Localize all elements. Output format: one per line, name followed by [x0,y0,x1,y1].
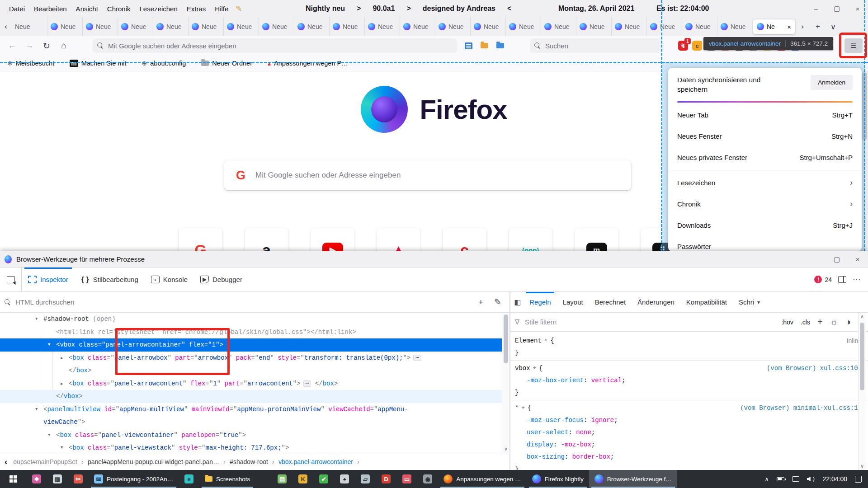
sidebar-tab-computed[interactable]: Berechnet [590,292,631,313]
minimize-button[interactable]: – [806,251,826,267]
new-tab-button[interactable]: + [810,19,826,34]
newtab-search-box[interactable]: G [224,160,631,190]
forward-icon[interactable]: → [21,41,38,51]
twisty-icon[interactable]: ▼ [35,407,38,412]
markup-line[interactable]: ▼<box class="panel-viewstack" style="max… [0,441,509,453]
url-bar[interactable] [93,38,457,53]
appmenu-new-private-window[interactable]: Neues privates FensterStrg+Umschalt+P [668,147,862,168]
tile-google[interactable]: G [179,228,222,251]
markup-line[interactable]: </box> [0,364,509,377]
sidebar-tab-rules[interactable]: Regeln [524,292,556,313]
error-badge-icon[interactable]: ! [814,276,822,283]
taskbar-antivirus[interactable]: ✔ [313,470,334,488]
taskbar-camera[interactable]: ◉ [417,470,438,488]
browser-tab[interactable]: Neue [188,17,223,36]
minimize-button[interactable]: – [806,0,826,17]
taskbar-thunderbird[interactable]: ✉Posteingang - 2002An… [89,470,179,488]
breadcrumb-item[interactable]: vbox.panel-arrowcontainer [278,458,353,465]
menubar-item-hilfe[interactable]: Hilfe [210,3,233,14]
add-node-button[interactable]: + [475,297,487,307]
taskbar-screenshots-folder[interactable]: Screenshots [199,470,255,488]
rules-scrollbar[interactable]: ∧ ∨ [858,313,866,470]
breadcrumb-item[interactable]: oupset#mainPopupSet [13,458,77,465]
light-scheme-icon[interactable]: ☼ [830,317,838,327]
browser-tab[interactable]: Neue [329,17,364,36]
taskbar-cards[interactable]: ♠ [334,470,355,488]
taskbar-monitor-graph[interactable]: ▥ [47,470,68,488]
rule-property[interactable]: display: -moz-box; [515,438,862,450]
browser-tab[interactable]: Neue [400,17,435,36]
markup-scrollbar[interactable]: ∨ [502,313,509,453]
taskbar-chart-doc[interactable]: ▤ [272,470,292,488]
breadcrumb-item[interactable]: #shadow-root [230,458,268,465]
hover-pseudo-button[interactable]: :hov [781,319,793,326]
tile-youtube[interactable]: ▶ [311,228,354,251]
twisty-icon[interactable]: ▼ [48,343,50,347]
restore-button[interactable]: ▢ [826,0,847,17]
browser-tab[interactable]: Neue [118,17,153,36]
cookie-extension-icon[interactable]: c [692,41,702,51]
browser-tab[interactable]: Neue [505,17,541,36]
browser-tab[interactable]: Neue [646,17,682,36]
element-picker-button[interactable] [0,267,22,292]
markup-line[interactable]: ▼<panelmultiview id="appMenu-multiView" … [0,403,509,416]
class-toggle-button[interactable]: .cls [801,319,810,326]
rule-property[interactable]: user-select: none; [515,426,862,438]
browser-tab[interactable]: Neue [47,17,82,36]
tab-scroll-right-icon[interactable]: › [795,19,810,34]
browser-tab[interactable]: Neue [294,17,329,36]
markup-line[interactable]: </vbox> [0,390,509,403]
browser-tab[interactable]: Neue [364,17,400,36]
taskbar-snipping-tool[interactable]: ✂ [68,470,89,488]
collapse-sidebar-icon[interactable]: ◧ [514,298,521,306]
taskbar-palette-app[interactable]: ❖ [26,470,47,488]
devtools-tab-inspector[interactable]: Inspektor [22,267,75,292]
browser-tab[interactable]: Neue [12,17,47,36]
meatball-menu-icon[interactable]: ⋯ [853,275,861,284]
search-bar[interactable] [530,38,664,53]
tray-chevron-icon[interactable]: ∧ [764,476,769,483]
markup-line[interactable]: ▶<box class="panel-arrowbox" part="arrow… [0,352,509,365]
browser-tab[interactable]: Neue [541,17,576,36]
browser-tab[interactable]: Neue [223,17,259,36]
blue-folder-icon[interactable] [496,43,504,48]
rule-origin-link[interactable]: (vom Browser) xul.css:109 [767,365,862,372]
appmenu-downloads[interactable]: DownloadsStrg+J [668,215,862,236]
menubar-item-ansicht[interactable]: Ansicht [71,3,103,14]
markup-line[interactable]: ▼#shadow-root (open) [0,313,509,326]
sidebar-tab-layout[interactable]: Layout [558,292,588,313]
lightning-extension-icon[interactable]: ↯1 [678,41,688,51]
menubar-item-lesezeichen[interactable]: Lesezeichen [135,3,182,14]
scroll-down-icon[interactable]: ∨ [502,446,509,452]
speaker-icon[interactable] [807,477,811,481]
tab-close-icon[interactable]: × [787,23,791,31]
rule-property[interactable]: box-sizing: border-box; [515,450,862,463]
appmenu-bookmarks[interactable]: Lesezeichen› [668,172,862,193]
back-icon[interactable]: ← [4,41,21,51]
devtools-tab-debugger[interactable]: ▶Debugger [194,267,249,292]
active-tab[interactable]: Ne× [753,19,795,34]
tile-m[interactable]: m [575,228,618,251]
newtab-search-input[interactable] [255,170,619,180]
style-filter-input[interactable] [524,318,777,326]
rule-selector-row[interactable]: vbox⌖{(vom Browser) xul.css:109 [515,362,862,374]
appmenu-passwords[interactable]: Passwörter [668,236,862,251]
sidebar-tab-fonts[interactable]: Schri [734,292,759,313]
sidebar-icon[interactable] [465,42,472,49]
menubar-item-datei[interactable]: Datei [5,3,29,14]
taskbar-firefox-nightly[interactable]: Firefox Nightly [527,470,589,488]
tile-flame[interactable]: ▲ [377,228,420,251]
tile-c[interactable]: c [443,228,486,251]
add-rule-button[interactable]: + [817,317,823,327]
scroll-up-icon[interactable]: ∧ [859,314,866,319]
notification-center-icon[interactable] [855,476,862,483]
markup-line[interactable]: viewCache"> [0,416,509,429]
selector-highlighter-icon[interactable]: ⌖ [544,337,547,344]
browser-tab[interactable]: Neue [470,17,505,36]
devtools-tab-styleeditor[interactable]: { }Stilbearbeitung [75,267,145,292]
start-button[interactable] [0,470,26,488]
breadcrumb-back-icon[interactable]: ‹ [5,457,7,467]
breadcrumb-item[interactable]: panel#appMenu-popup.cui-widget-panel.pan… [88,458,219,465]
list-tabs-icon[interactable]: ∨ [826,19,841,34]
devtools-tab-console[interactable]: ›Konsole [145,267,194,292]
